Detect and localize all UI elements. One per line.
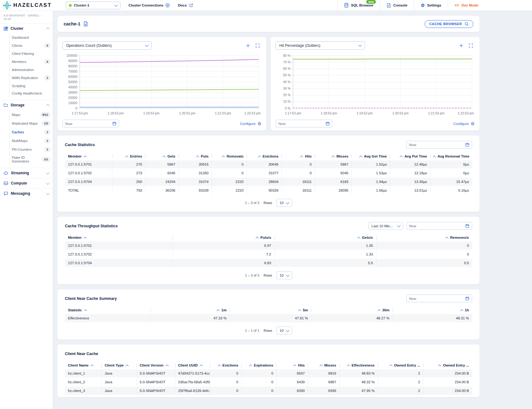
sidebar-item-pn-counters[interactable]: PN Counters1: [10, 145, 53, 154]
column-header-avg-put-time[interactable]: Avg Put Time: [390, 152, 430, 160]
column-header-removals[interactable]: Removals: [212, 152, 247, 160]
page-size-select[interactable]: 10: [277, 327, 292, 335]
sort-caret-icon: [84, 156, 87, 159]
sidebar-item-caches[interactable]: Caches1: [10, 128, 53, 136]
near-cache-summary-table: Statistic1m5m30m1hEffectiveness47.33 %47…: [65, 306, 472, 323]
date-input[interactable]: Now: [406, 141, 472, 149]
dev-mode-button[interactable]: <> Dev Mode: [448, 0, 485, 11]
sidebar-section-streaming[interactable]: Streaming: [0, 168, 53, 178]
column-header-client-type[interactable]: Client Type: [101, 361, 137, 369]
table-row: 127.0.0.1:570425024294310742220286041811…: [65, 177, 472, 186]
column-header-effectiveness[interactable]: Effectiveness: [339, 361, 378, 369]
column-header-puts[interactable]: Puts: [178, 152, 212, 160]
sidebar-item-wan-replication[interactable]: WAN Replication1: [10, 73, 53, 82]
fullscreen-icon[interactable]: [469, 43, 473, 48]
metric-select[interactable]: Operations Count (Outliers): [62, 41, 152, 50]
cache-config-document-icon[interactable]: [83, 21, 88, 26]
page-header-card: cache-1 CACHE BROWSER: [57, 16, 480, 32]
configure-link[interactable]: Configure ⚙: [240, 122, 261, 126]
gets-s-cell: 1.35: [274, 242, 376, 250]
sidebar-section-storage[interactable]: Storage: [0, 100, 53, 110]
metric-select[interactable]: Hit Percentage (Outliers): [276, 41, 365, 50]
sidebar-section-messaging[interactable]: Messaging: [0, 188, 53, 198]
console-button[interactable]: Console: [380, 0, 414, 11]
column-header-hits[interactable]: Hits: [276, 361, 308, 369]
chevron-down-icon: [286, 201, 289, 204]
time-range-select[interactable]: Last 10 Min...: [368, 222, 403, 230]
sidebar-item-config-healthcheck[interactable]: Config Healthcheck: [10, 90, 53, 97]
sidebar-item-maps[interactable]: Maps9/12: [10, 110, 53, 119]
puts-cell: 31074: [178, 177, 212, 186]
table-row: hz.client_3Java5.0-SNAPSHOT25f7f6a4-6139…: [65, 386, 472, 395]
configure-link[interactable]: Configure ⚙: [453, 122, 475, 126]
column-header-client-uuid[interactable]: Client UUID: [175, 361, 210, 369]
column-header-owned-entry[interactable]: Owned Entry ...: [378, 361, 423, 369]
date-input[interactable]: Now: [406, 222, 472, 230]
sidebar-item-administration[interactable]: Administration: [10, 66, 53, 73]
column-header-member[interactable]: Member: [65, 233, 173, 242]
sidebar-section-compute[interactable]: Compute: [0, 178, 53, 188]
column-header-evictions[interactable]: Evictions: [210, 361, 241, 369]
column-header-5m[interactable]: 5m: [230, 306, 311, 314]
column-label: 1h: [465, 308, 469, 312]
operations-count-chart[interactable]: 0100002000030000400005000060000700008000…: [62, 52, 261, 118]
column-label: 1m: [221, 308, 227, 312]
add-chart-icon[interactable]: [246, 43, 250, 48]
misses-cell: 5867: [315, 160, 351, 169]
add-chart-icon[interactable]: [459, 43, 463, 48]
column-header-avg-removal-time[interactable]: Avg Removal Time: [430, 152, 472, 160]
hits-cell: 0: [282, 160, 315, 169]
sidebar-item-scripting[interactable]: Scripting: [10, 82, 53, 90]
column-header-30m[interactable]: 30m: [311, 306, 392, 314]
column-header-entries[interactable]: Entries: [112, 152, 145, 160]
docs-link[interactable]: Docs: [178, 3, 193, 7]
column-header-gets[interactable]: Gets: [145, 152, 178, 160]
column-header-avg-get-time[interactable]: Avg Get Time: [351, 152, 390, 160]
column-header-hits[interactable]: Hits: [282, 152, 315, 160]
column-header-removes-s[interactable]: Removes/s: [376, 233, 472, 242]
cache-browser-button[interactable]: CACHE BROWSER: [425, 20, 473, 28]
chart-date-input[interactable]: Now: [276, 120, 332, 127]
hazelcast-logo[interactable]: HΛZELCΛST: [3, 2, 58, 9]
column-header-1m[interactable]: 1m: [150, 306, 230, 314]
sql-browser-button[interactable]: New SQL Browser: [337, 0, 380, 11]
column-header-client-name[interactable]: Client Name: [65, 361, 101, 369]
sidebar-item-multimaps[interactable]: MultiMaps1: [10, 136, 53, 145]
column-header-misses[interactable]: Misses: [315, 152, 351, 160]
page-size-select[interactable]: 10: [277, 271, 292, 279]
chart-date-input[interactable]: Now: [62, 120, 119, 127]
gets-cell: 5867: [145, 160, 178, 169]
cluster-connections-link[interactable]: Cluster Connections: [128, 3, 170, 7]
sidebar-item-dashboard[interactable]: Dashboard: [10, 34, 53, 41]
settings-button[interactable]: ⚙ Settings: [414, 0, 448, 11]
column-header-puts-s[interactable]: Puts/s: [173, 233, 274, 242]
column-header-misses[interactable]: Misses: [308, 361, 339, 369]
column-label: 30m: [382, 308, 390, 312]
sidebar-item-members[interactable]: Members4: [10, 57, 53, 66]
sidebar-item-clients[interactable]: Clients4: [10, 41, 53, 50]
column-header-client-version[interactable]: Client Version: [137, 361, 175, 369]
page-size-select[interactable]: 10: [277, 199, 292, 207]
sidebar-item-flake-id-generators[interactable]: Flake ID Generators1/1: [10, 154, 53, 165]
column-header-member[interactable]: Member: [65, 152, 112, 160]
cluster-selector[interactable]: Cluster-1: [66, 2, 120, 9]
svg-text:1:21:53 pm: 1:21:53 pm: [215, 111, 231, 115]
column-header-expirations[interactable]: Expirations: [241, 361, 277, 369]
sidebar-item-replicated-maps[interactable]: Replicated Maps1/2: [10, 119, 53, 128]
avg-get-time-cell: 1.53µs: [351, 169, 390, 177]
client-name-cell: hz.client_2: [65, 378, 101, 386]
date-input[interactable]: Now: [406, 295, 472, 302]
hit-percentage-chart[interactable]: 0 %10 %20 %30 %40 %50 %60 %70 %80 %1:17:…: [276, 52, 475, 118]
table-header-row: Client NameClient TypeClient VersionClie…: [65, 361, 472, 369]
column-header-evictions[interactable]: Evictions: [247, 152, 282, 160]
sidebar-item-client-filtering[interactable]: Client Filtering: [10, 50, 53, 57]
column-header-1h[interactable]: 1h: [393, 306, 472, 314]
fullscreen-icon[interactable]: [255, 43, 260, 48]
sidebar-section-cluster[interactable]: Cluster: [0, 23, 53, 33]
column-header-owned-entry[interactable]: Owned Entry ...: [423, 361, 472, 369]
column-header-gets-s[interactable]: Gets/s: [274, 233, 376, 242]
chart-date-value: Now: [65, 122, 72, 126]
client-type-cell: Java: [101, 378, 137, 386]
column-header-statistic[interactable]: Statistic: [65, 306, 150, 314]
date-value: Now: [409, 297, 416, 300]
